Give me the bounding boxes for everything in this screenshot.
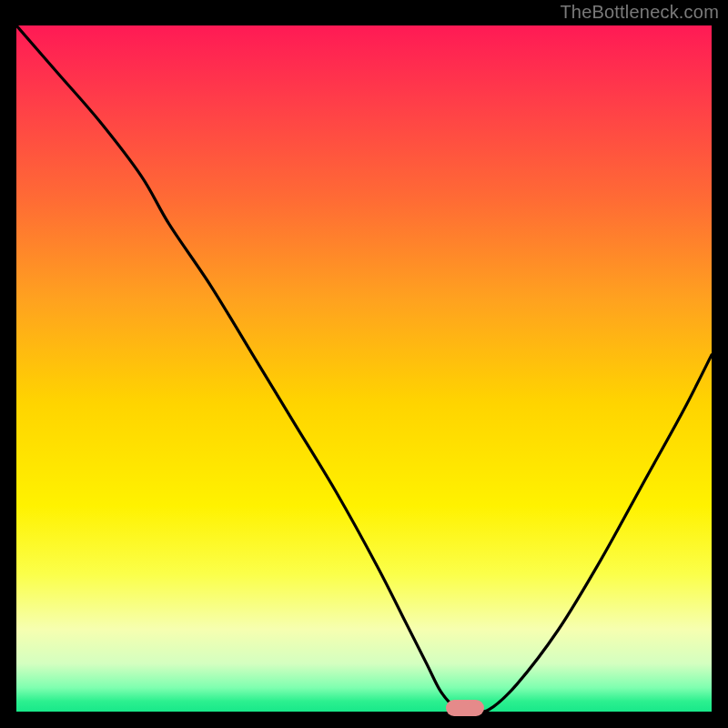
gradient-background [16, 25, 712, 712]
optimal-marker [446, 700, 484, 716]
watermark-text: TheBottleneck.com [560, 2, 719, 23]
chart-frame: TheBottleneck.com [0, 0, 728, 728]
plot-area [16, 25, 712, 712]
chart-svg [16, 25, 712, 712]
